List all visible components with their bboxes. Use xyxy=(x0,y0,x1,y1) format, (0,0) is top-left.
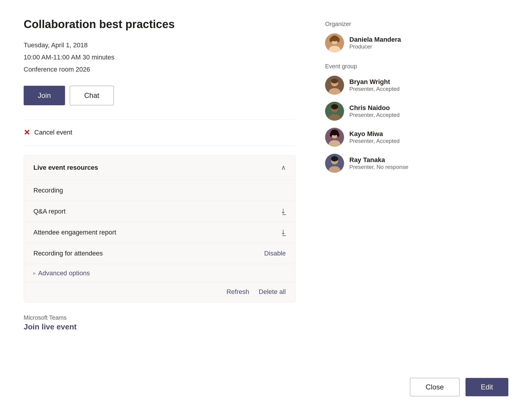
join-live-event-link[interactable]: Join live event xyxy=(24,322,77,331)
advanced-options-link[interactable]: ▹ Advanced options xyxy=(33,269,286,277)
member-avatar-kayo xyxy=(325,128,344,147)
attendee-engagement-row: Attendee engagement report ↓̲ xyxy=(24,222,295,243)
platform-label: Microsoft Teams xyxy=(24,314,296,321)
disable-button[interactable]: Disable xyxy=(264,250,286,257)
recording-row: Recording xyxy=(24,180,295,201)
organizer-name: Daniela Mandera xyxy=(349,36,401,43)
organizer-section-label: Organizer xyxy=(325,21,461,28)
qa-report-label: Q&A report xyxy=(33,208,66,215)
organizer-avatar xyxy=(325,33,344,52)
svg-point-20 xyxy=(337,133,339,137)
join-button[interactable]: Join xyxy=(24,86,65,105)
member-info-ray: Ray Tanaka Presenter, No response xyxy=(349,156,408,170)
organizer-role: Producer xyxy=(349,43,401,50)
resources-title: Live event resources xyxy=(33,164,98,172)
member-role-chris: Presenter, Accepted xyxy=(349,112,400,118)
divider-1 xyxy=(24,119,296,120)
member-name-kayo: Kayo Miwa xyxy=(349,130,400,138)
resources-footer: Refresh Delete all xyxy=(24,282,295,302)
svg-point-19 xyxy=(330,133,332,137)
event-title: Collaboration best practices xyxy=(24,18,296,31)
resources-box: Live event resources ∧ Recording Q&A rep… xyxy=(24,155,296,303)
svg-point-6 xyxy=(337,38,340,42)
recording-label: Recording xyxy=(33,187,63,194)
cancel-icon: ✕ xyxy=(24,128,30,137)
svg-point-24 xyxy=(331,156,338,161)
event-time: 10:00 AM-11:00 AM 30 minutes xyxy=(24,52,296,63)
cancel-event-label[interactable]: Cancel event xyxy=(34,129,72,136)
action-buttons: Join Chat xyxy=(24,86,296,105)
qa-download-icon[interactable]: ↓̲ xyxy=(280,208,286,215)
event-group-section: Event group Bryan Wright Presenter, Acce… xyxy=(325,63,461,173)
member-info-kayo: Kayo Miwa Presenter, Accepted xyxy=(349,130,400,144)
organizer-row: Daniela Mandera Producer xyxy=(325,33,461,52)
member-name-bryan: Bryan Wright xyxy=(349,78,400,86)
member-avatar-bryan xyxy=(325,76,344,95)
member-avatar-chris xyxy=(325,102,344,121)
refresh-button[interactable]: Refresh xyxy=(226,288,249,296)
edit-button[interactable]: Edit xyxy=(466,378,508,396)
recording-attendees-label: Recording for attendees xyxy=(33,250,103,257)
advanced-options-row: ▹ Advanced options xyxy=(24,264,295,277)
collapse-chevron-icon[interactable]: ∧ xyxy=(281,164,286,172)
member-row-bryan: Bryan Wright Presenter, Accepted xyxy=(325,76,461,95)
attendee-download-icon[interactable]: ↓̲ xyxy=(280,229,286,236)
delete-all-button[interactable]: Delete all xyxy=(259,288,286,296)
svg-point-10 xyxy=(331,79,338,83)
member-info-chris: Chris Naidoo Presenter, Accepted xyxy=(349,104,400,118)
member-info-bryan: Bryan Wright Presenter, Accepted xyxy=(349,78,400,92)
arrow-right-icon: ▹ xyxy=(33,270,36,276)
cancel-row: ✕ Cancel event xyxy=(24,128,296,137)
event-location: Conference room 2026 xyxy=(24,64,296,75)
chat-button[interactable]: Chat xyxy=(70,86,114,105)
member-role-bryan: Presenter, Accepted xyxy=(349,86,400,92)
member-name-chris: Chris Naidoo xyxy=(349,104,400,112)
close-button[interactable]: Close xyxy=(410,378,459,396)
member-avatar-ray xyxy=(325,154,344,173)
member-role-ray: Presenter, No response xyxy=(349,164,408,170)
resources-header: Live event resources ∧ xyxy=(24,156,295,180)
join-section: Microsoft Teams Join live event xyxy=(24,314,296,331)
qa-report-row: Q&A report ↓̲ xyxy=(24,201,295,222)
event-date: Tuesday, April 1, 2018 xyxy=(24,40,296,51)
member-name-ray: Ray Tanaka xyxy=(349,156,408,164)
attendee-engagement-label: Attendee engagement report xyxy=(33,229,116,236)
recording-attendees-row: Recording for attendees Disable xyxy=(24,243,295,264)
member-row-chris: Chris Naidoo Presenter, Accepted xyxy=(325,102,461,121)
bottom-buttons: Close Edit xyxy=(410,378,508,396)
member-row-ray: Ray Tanaka Presenter, No response xyxy=(325,154,461,173)
event-meta: Tuesday, April 1, 2018 10:00 AM-11:00 AM… xyxy=(24,40,296,75)
member-row-kayo: Kayo Miwa Presenter, Accepted xyxy=(325,128,461,147)
svg-point-5 xyxy=(330,38,332,42)
svg-point-14 xyxy=(331,104,338,109)
event-group-section-label: Event group xyxy=(325,63,461,70)
member-role-kayo: Presenter, Accepted xyxy=(349,138,400,144)
organizer-info: Daniela Mandera Producer xyxy=(349,36,401,50)
